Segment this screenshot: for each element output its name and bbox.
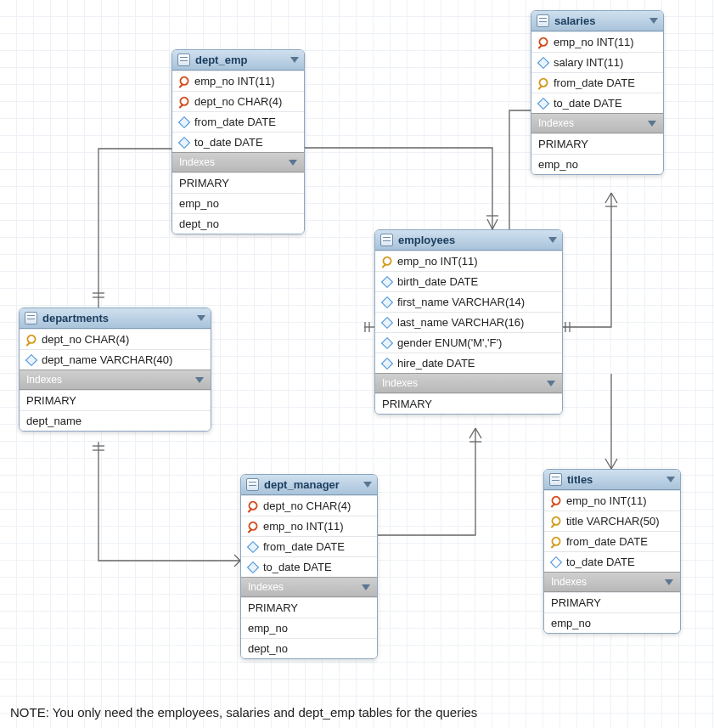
column-label: title VARCHAR(50) — [566, 515, 660, 528]
column-row[interactable]: emp_no INT(11) — [544, 490, 680, 511]
collapse-icon[interactable] — [363, 482, 372, 488]
index-row[interactable]: PRIMARY — [544, 592, 680, 612]
collapse-icon[interactable] — [547, 381, 555, 387]
indexes-section-header[interactable]: Indexes — [531, 113, 663, 133]
key-icon — [549, 514, 564, 528]
table-titlebar[interactable]: salaries — [531, 11, 663, 31]
column-row[interactable]: dept_no CHAR(4) — [241, 495, 377, 516]
column-row[interactable]: from_date DATE — [531, 72, 663, 93]
column-row[interactable]: emp_no INT(11) — [375, 251, 562, 271]
indexes-section-header[interactable]: Indexes — [375, 373, 562, 393]
index-row[interactable]: emp_no — [172, 193, 304, 213]
key-icon — [380, 254, 395, 268]
diamond-icon — [381, 357, 393, 369]
column-row[interactable]: emp_no INT(11) — [531, 31, 663, 52]
index-row[interactable]: PRIMARY — [20, 390, 211, 410]
key-icon — [246, 499, 261, 513]
indexes-section-header[interactable]: Indexes — [241, 577, 377, 597]
index-row[interactable]: PRIMARY — [241, 597, 377, 618]
table-titlebar[interactable]: employees — [375, 230, 562, 251]
column-row[interactable]: salary INT(11) — [531, 52, 663, 72]
column-row[interactable]: from_date DATE — [544, 531, 680, 551]
index-row[interactable]: PRIMARY — [375, 393, 562, 414]
column-row[interactable]: from_date DATE — [172, 111, 304, 132]
table-titlebar[interactable]: dept_emp — [172, 50, 304, 71]
collapse-icon[interactable] — [289, 160, 297, 166]
column-label: emp_no INT(11) — [554, 36, 634, 48]
index-row[interactable]: dept_no — [172, 213, 304, 234]
column-row[interactable]: gender ENUM('M','F') — [375, 332, 562, 353]
key-icon — [537, 76, 551, 90]
column-row[interactable]: dept_no CHAR(4) — [20, 329, 211, 349]
column-row[interactable]: from_date DATE — [241, 536, 377, 556]
column-label: salary INT(11) — [554, 56, 623, 69]
indexes-section-header[interactable]: Indexes — [172, 152, 304, 172]
table-titlebar[interactable]: titles — [544, 470, 680, 490]
collapse-icon[interactable] — [548, 237, 557, 243]
svg-line-27 — [611, 459, 617, 469]
index-row[interactable]: PRIMARY — [531, 133, 663, 154]
column-row[interactable]: first_name VARCHAR(14) — [375, 291, 562, 312]
table-departments[interactable]: departmentsdept_no CHAR(4)dept_name VARC… — [19, 308, 211, 432]
table-title: salaries — [554, 14, 595, 27]
column-row[interactable]: to_date DATE — [241, 556, 377, 577]
table-dept-emp[interactable]: dept_empemp_no INT(11)dept_no CHAR(4)fro… — [171, 49, 305, 234]
column-label: from_date DATE — [194, 116, 276, 128]
index-row[interactable]: dept_name — [20, 410, 211, 431]
key-icon — [537, 35, 551, 49]
table-title: titles — [567, 473, 593, 486]
svg-line-21 — [234, 555, 240, 561]
table-salaries[interactable]: salariesemp_no INT(11)salary INT(11)from… — [531, 10, 664, 175]
table-titlebar[interactable]: dept_manager — [241, 475, 377, 495]
diamond-icon — [550, 556, 562, 567]
collapse-icon[interactable] — [290, 57, 299, 63]
index-row[interactable]: emp_no — [241, 618, 377, 638]
collapse-icon[interactable] — [648, 121, 656, 127]
index-row[interactable]: PRIMARY — [172, 172, 304, 193]
column-row[interactable]: dept_no CHAR(4) — [172, 91, 304, 111]
column-label: last_name VARCHAR(16) — [397, 316, 524, 329]
collapse-icon[interactable] — [649, 18, 658, 24]
column-row[interactable]: dept_name VARCHAR(40) — [20, 349, 211, 370]
column-label: to_date DATE — [554, 97, 622, 110]
diamond-icon — [247, 561, 259, 573]
index-row[interactable]: emp_no — [544, 612, 680, 633]
table-titles[interactable]: titlesemp_no INT(11)title VARCHAR(50)fro… — [543, 469, 681, 634]
column-label: to_date DATE — [566, 556, 635, 568]
column-row[interactable]: emp_no INT(11) — [241, 516, 377, 536]
column-row[interactable]: last_name VARCHAR(16) — [375, 312, 562, 332]
table-icon — [25, 312, 37, 324]
indexes-section-header[interactable]: Indexes — [544, 572, 680, 592]
column-row[interactable]: title VARCHAR(50) — [544, 511, 680, 531]
svg-line-12 — [611, 193, 617, 203]
key-icon — [25, 332, 39, 347]
collapse-icon[interactable] — [665, 579, 673, 585]
table-title: dept_manager — [264, 478, 340, 491]
indexes-label: Indexes — [551, 576, 587, 588]
table-employees[interactable]: employeesemp_no INT(11)birth_date DATEfi… — [374, 229, 563, 415]
column-row[interactable]: emp_no INT(11) — [172, 71, 304, 91]
column-row[interactable]: to_date DATE — [544, 551, 680, 572]
svg-line-24 — [475, 428, 481, 438]
column-row[interactable]: to_date DATE — [531, 93, 663, 113]
index-row[interactable]: emp_no — [531, 154, 663, 174]
column-label: gender ENUM('M','F') — [397, 336, 502, 349]
svg-line-26 — [605, 459, 611, 469]
diamond-icon — [537, 97, 549, 109]
indexes-section-header[interactable]: Indexes — [20, 370, 211, 390]
index-row[interactable]: dept_no — [241, 638, 377, 658]
table-title: employees — [398, 234, 455, 246]
column-row[interactable]: to_date DATE — [172, 132, 304, 152]
table-titlebar[interactable]: departments — [20, 308, 211, 329]
column-row[interactable]: hire_date DATE — [375, 353, 562, 373]
collapse-icon[interactable] — [195, 377, 204, 383]
collapse-icon[interactable] — [362, 584, 370, 590]
diamond-icon — [178, 136, 190, 148]
column-row[interactable]: birth_date DATE — [375, 271, 562, 291]
indexes-label: Indexes — [26, 374, 62, 386]
collapse-icon[interactable] — [666, 477, 675, 483]
table-dept-manager[interactable]: dept_managerdept_no CHAR(4)emp_no INT(11… — [240, 474, 378, 659]
diamond-icon — [381, 336, 393, 348]
collapse-icon[interactable] — [197, 315, 205, 321]
key-icon — [177, 94, 192, 109]
